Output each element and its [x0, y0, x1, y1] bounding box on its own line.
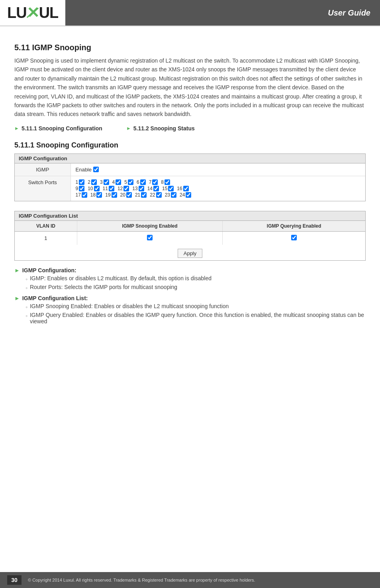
port-6-checkbox[interactable]	[140, 179, 146, 185]
ports-row-3: 17 18 19 20 21 22 23 24	[76, 192, 361, 198]
port-18-checkbox[interactable]	[96, 192, 102, 198]
port-1-checkbox[interactable]	[79, 179, 84, 185]
table-row: 1	[15, 231, 365, 245]
port-21-checkbox[interactable]	[141, 192, 147, 198]
logo-x-icon: ✕	[27, 4, 39, 22]
switch-ports-cell: 1 2 3 4 5 6 7 8 9 10	[71, 176, 365, 201]
snooping-enabled-cell	[77, 231, 222, 245]
port-13[interactable]: 13	[132, 186, 144, 191]
port-5[interactable]: 5	[124, 179, 133, 185]
port-2-checkbox[interactable]	[91, 179, 97, 185]
bullet-sub-1-1: ◦ IGMP: Enables or disables L2 multicast…	[25, 275, 366, 282]
port-14[interactable]: 14	[147, 186, 159, 191]
port-2[interactable]: 2	[88, 179, 97, 185]
igmp-config-header: IGMP Configuration	[15, 154, 365, 163]
nav-link-1[interactable]: ► 5.11.1 Snooping Configuration	[14, 125, 102, 132]
port-13-checkbox[interactable]	[139, 186, 144, 191]
port-15[interactable]: 15	[162, 186, 174, 191]
port-23[interactable]: 23	[165, 192, 176, 198]
user-guide-label: User Guide	[328, 8, 370, 18]
col-vlan-id: VLAN ID	[15, 221, 77, 232]
bullet-heading-1-text: IGMP Configuration:	[22, 267, 76, 273]
arrow-icon-2: ►	[126, 126, 131, 131]
main-content: 5.11 IGMP Snooping IGMP Snooping is used…	[0, 26, 380, 324]
footer: 30 © Copyright 2014 Luxul. All rights re…	[0, 572, 380, 588]
nav-link-1-label: 5.11.1 Snooping Configuration	[22, 125, 102, 132]
ports-row-1: 1 2 3 4 5 6 7 8	[76, 179, 361, 185]
port-22[interactable]: 22	[150, 192, 161, 198]
port-12[interactable]: 12	[118, 186, 129, 191]
port-20[interactable]: 20	[120, 192, 132, 198]
bullet-heading-2-text: IGMP Configuration List:	[22, 295, 88, 301]
bullet-sub-1-2-text: Router Ports: Selects the IGMP ports for…	[30, 284, 177, 290]
logo-area: LU✕UL	[0, 0, 65, 26]
port-5-checkbox[interactable]	[128, 179, 133, 185]
igmp-label: IGMP	[15, 163, 71, 176]
bullet-sub-2-1: ◦ IGMP Snooping Enabled: Enables or disa…	[25, 303, 366, 310]
bullet-sub-2-2: ◦ IGMP Query Enabled: Enables or disable…	[25, 312, 366, 324]
body-text: IGMP Snooping is used to implement dynam…	[14, 56, 366, 119]
footer-page-number: 30	[7, 575, 22, 585]
port-18[interactable]: 18	[90, 192, 102, 198]
ports-row-2: 9 10 11 12 13 14 15 16	[76, 186, 361, 191]
bullet-heading-2: ► IGMP Configuration List:	[14, 295, 366, 301]
port-17[interactable]: 17	[76, 192, 87, 198]
bullet-dot-2-1: ◦	[25, 304, 27, 310]
port-9[interactable]: 9	[76, 186, 85, 191]
port-17-checkbox[interactable]	[82, 192, 87, 198]
port-1[interactable]: 1	[76, 179, 85, 185]
vlan-id-cell: 1	[15, 231, 77, 245]
table-header-row: VLAN ID IGMP Snooping Enabled IGMP Query…	[15, 221, 365, 232]
port-3-checkbox[interactable]	[104, 179, 109, 185]
port-7[interactable]: 7	[149, 179, 158, 185]
port-7-checkbox[interactable]	[152, 179, 158, 185]
port-16[interactable]: 16	[177, 186, 188, 191]
port-19[interactable]: 19	[105, 192, 117, 198]
port-20-checkbox[interactable]	[126, 192, 132, 198]
nav-link-2[interactable]: ► 5.11.2 Snooping Status	[126, 125, 195, 132]
igmp-row: IGMP Enable	[15, 163, 365, 176]
port-22-checkbox[interactable]	[156, 192, 162, 198]
igmp-config-list-wrapper: IGMP Configuration List VLAN ID IGMP Sno…	[14, 211, 366, 261]
apply-button[interactable]: Apply	[178, 249, 203, 258]
port-16-checkbox[interactable]	[183, 186, 189, 191]
bullet-sub-2-1-text: IGMP Snooping Enabled: Enables or disabl…	[30, 303, 229, 309]
querying-enabled-checkbox[interactable]	[291, 235, 297, 240]
port-4-checkbox[interactable]	[116, 179, 121, 185]
apply-row: Apply	[15, 249, 365, 258]
port-23-checkbox[interactable]	[171, 192, 176, 198]
igmp-enable-row: Enable	[76, 167, 361, 173]
port-24-checkbox[interactable]	[186, 192, 191, 198]
snooping-enabled-checkbox[interactable]	[147, 235, 153, 240]
igmp-config-table-wrapper: IGMP Configuration IGMP Enable Switch Po…	[14, 153, 366, 201]
port-19-checkbox[interactable]	[112, 192, 117, 198]
port-10-checkbox[interactable]	[94, 186, 100, 191]
header-right: User Guide	[65, 0, 380, 26]
port-3[interactable]: 3	[100, 179, 109, 185]
port-10[interactable]: 10	[88, 186, 99, 191]
igmp-config-list-table: VLAN ID IGMP Snooping Enabled IGMP Query…	[15, 221, 365, 245]
port-24[interactable]: 24	[180, 192, 191, 198]
port-4[interactable]: 4	[112, 179, 121, 185]
port-6[interactable]: 6	[137, 179, 146, 185]
sub-section-title: 5.11.1 Snooping Configuration	[14, 141, 366, 149]
port-14-checkbox[interactable]	[153, 186, 159, 191]
port-8[interactable]: 8	[161, 179, 170, 185]
igmp-enable-checkbox[interactable]	[93, 167, 99, 172]
igmp-config-list-header: IGMP Configuration List	[15, 211, 365, 221]
port-15-checkbox[interactable]	[168, 186, 174, 191]
port-21[interactable]: 21	[135, 192, 147, 198]
port-8-checkbox[interactable]	[165, 179, 170, 185]
port-9-checkbox[interactable]	[79, 186, 84, 191]
switch-ports-row: Switch Ports 1 2 3 4 5 6 7 8	[15, 176, 365, 201]
port-12-checkbox[interactable]	[123, 186, 129, 191]
nav-link-2-label: 5.11.2 Snooping Status	[133, 125, 195, 132]
arrow-icon-1: ►	[14, 126, 19, 131]
header: LU✕UL User Guide	[0, 0, 380, 26]
port-11[interactable]: 11	[103, 186, 114, 191]
ports-container: 1 2 3 4 5 6 7 8 9 10	[76, 179, 361, 198]
col-snooping-enabled: IGMP Snooping Enabled	[77, 221, 222, 232]
bullet-dot-1-1: ◦	[25, 276, 27, 282]
bullet-arrow-icon-1: ►	[14, 267, 20, 273]
port-11-checkbox[interactable]	[109, 186, 114, 191]
